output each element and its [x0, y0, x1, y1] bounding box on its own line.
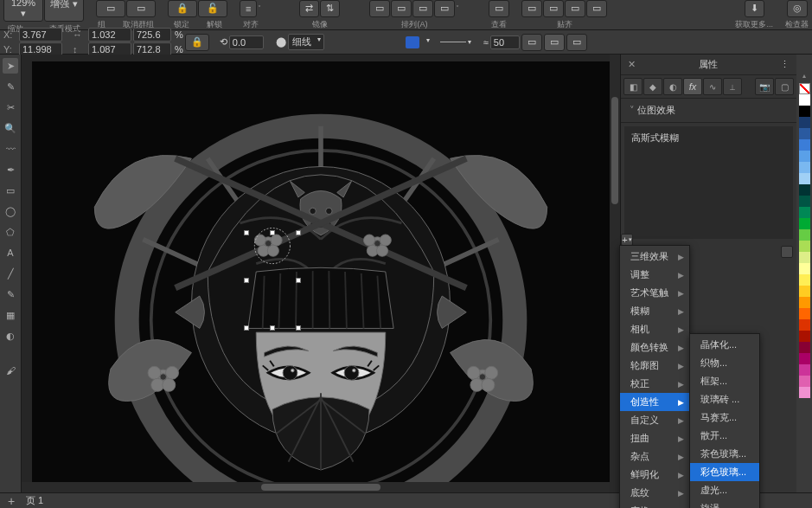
menu-item[interactable]: 相机▶	[620, 320, 689, 338]
menu-item[interactable]: 织物...	[690, 354, 759, 372]
scrollbar-horizontal[interactable]	[22, 482, 620, 492]
lock-ratio-button[interactable]: 🔒	[185, 34, 209, 51]
swatch[interactable]	[799, 162, 810, 173]
menu-item[interactable]: 颜色转换▶	[620, 338, 689, 357]
panel-close-button[interactable]: ✕	[628, 59, 636, 70]
arrange-3[interactable]: ▭	[412, 0, 433, 17]
menu-item[interactable]: 自定义▶	[620, 411, 689, 429]
menu-item[interactable]: 艺术笔触▶	[620, 284, 689, 302]
menu-item[interactable]: 框架...	[690, 372, 759, 390]
swatch[interactable]	[799, 207, 810, 218]
unlock-button[interactable]: 🔓	[198, 0, 227, 17]
fill-color-chip[interactable]	[406, 36, 419, 48]
arrange-4[interactable]: ▭	[434, 0, 455, 17]
menu-item[interactable]: 彩色玻璃...	[690, 463, 759, 481]
line-style-preview[interactable]	[440, 42, 466, 42]
add-page-button[interactable]: +	[5, 494, 17, 508]
tab-text-icon[interactable]: ⟂	[723, 78, 742, 95]
color-eyedropper-tool[interactable]: 🖌	[3, 363, 18, 378]
swatch[interactable]	[799, 319, 810, 331]
swatch[interactable]	[799, 252, 810, 263]
menu-item[interactable]: 马赛克...	[690, 408, 759, 427]
swatch[interactable]	[799, 297, 810, 308]
swatch[interactable]	[799, 139, 810, 151]
panel-menu-icon[interactable]: ⋮	[780, 59, 790, 70]
polygon-tool[interactable]: ⬠	[3, 224, 18, 240]
transparency-tool[interactable]: ◐	[3, 328, 18, 344]
swatch-up-icon[interactable]: ▴	[802, 72, 806, 80]
menu-item[interactable]: 创造性▶	[620, 393, 689, 411]
effects-list[interactable]: 高斯式模糊	[624, 126, 793, 239]
menu-item[interactable]: 轮廓图▶	[620, 357, 689, 375]
tab-outline-icon[interactable]: ◧	[623, 78, 643, 95]
stroke-type-select[interactable]: 细线 ▾	[288, 34, 324, 50]
swatch-none[interactable]	[799, 83, 810, 94]
effect-toggle[interactable]	[781, 246, 793, 258]
menu-item[interactable]: 玻璃砖 ...	[690, 390, 759, 408]
rectangle-tool[interactable]: ▭	[3, 183, 18, 198]
menu-item[interactable]: 扭曲▶	[620, 429, 689, 447]
snap-2[interactable]: ▭	[543, 0, 564, 17]
swatch[interactable]	[799, 308, 810, 319]
inspector-button[interactable]: ◎	[787, 0, 808, 17]
swatch[interactable]	[799, 229, 810, 241]
tab-curve-icon[interactable]: ∿	[703, 78, 722, 95]
selection-handles[interactable]	[246, 233, 298, 328]
group-button[interactable]: ▭	[96, 0, 125, 17]
menu-item[interactable]: 调整▶	[620, 266, 689, 284]
swatch[interactable]	[799, 151, 810, 162]
swatch[interactable]	[799, 263, 810, 274]
menu-item[interactable]: 晶体化...	[690, 336, 759, 354]
swatch[interactable]	[799, 184, 810, 196]
w-input[interactable]	[88, 28, 131, 42]
swatch[interactable]	[799, 196, 810, 207]
shape-tool[interactable]: ✎	[3, 79, 18, 94]
mirror-h-button[interactable]: ⇄	[299, 0, 319, 17]
artistic-tool[interactable]: ✒	[3, 162, 18, 177]
snap-1[interactable]: ▭	[521, 0, 542, 17]
zoom-level[interactable]: 129% ▾	[3, 0, 43, 22]
swatch[interactable]	[799, 331, 810, 342]
arrange-1[interactable]: ▭	[369, 0, 390, 17]
x-input[interactable]	[19, 28, 62, 42]
tab-fill-icon[interactable]: ◆	[643, 78, 662, 95]
fill-tool[interactable]: ▦	[3, 307, 18, 323]
swatch[interactable]	[799, 218, 810, 229]
snap-3[interactable]: ▭	[565, 0, 585, 17]
menu-item[interactable]: 杂点▶	[620, 447, 689, 466]
zoom-tool[interactable]: 🔍	[3, 120, 18, 136]
menu-item[interactable]: 模糊▶	[620, 302, 689, 320]
swatch[interactable]	[799, 106, 810, 117]
swatch[interactable]	[799, 173, 810, 184]
menu-item[interactable]: 变换▶	[620, 502, 689, 508]
canvas-area[interactable]	[22, 55, 620, 492]
opacity-input[interactable]	[490, 35, 520, 49]
swatch[interactable]	[799, 128, 810, 139]
swatch[interactable]	[799, 241, 810, 252]
ellipse-tool[interactable]: ◯	[3, 203, 18, 219]
crop-tool[interactable]: ✂	[3, 100, 18, 115]
swatch[interactable]	[799, 117, 810, 128]
swatch[interactable]	[799, 364, 810, 376]
swatch[interactable]	[799, 274, 810, 286]
tab-box-icon[interactable]: ▢	[775, 78, 794, 95]
dropper-tool[interactable]: ✎	[3, 286, 18, 302]
menu-item[interactable]: 校正▶	[620, 375, 689, 393]
opt-1[interactable]: ▭	[521, 34, 542, 51]
arrange-2[interactable]: ▭	[391, 0, 412, 17]
mirror-v-button[interactable]: ⇅	[320, 0, 340, 17]
enhance-select[interactable]: 增强 ▾	[44, 0, 84, 22]
swatch[interactable]	[799, 286, 810, 297]
align-button[interactable]: ≡	[240, 0, 257, 17]
tab-fx-icon[interactable]: fx	[683, 78, 702, 95]
menu-item[interactable]: 底纹▶	[620, 484, 689, 502]
text-tool[interactable]: A	[3, 245, 18, 260]
pick-tool[interactable]: ➤	[3, 58, 18, 74]
snap-4[interactable]: ▭	[586, 0, 607, 17]
view-button[interactable]: ▭	[489, 0, 509, 17]
menu-item[interactable]: 旋涡...	[690, 499, 759, 508]
tab-cam-icon[interactable]: 📷	[755, 78, 774, 95]
swatch[interactable]	[799, 387, 810, 398]
rotation-input[interactable]	[229, 35, 264, 49]
menu-item[interactable]: 茶色玻璃...	[690, 445, 759, 463]
